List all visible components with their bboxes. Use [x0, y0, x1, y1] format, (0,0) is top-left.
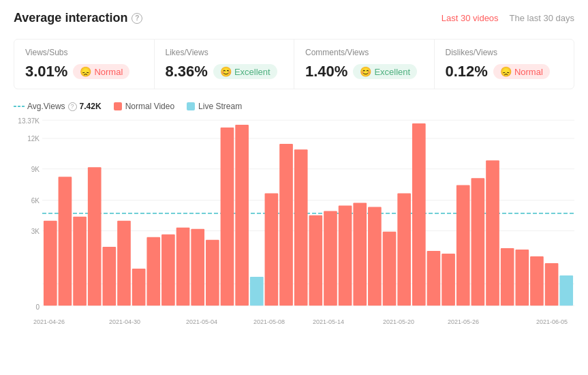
bar-2021-05-11[interactable] [265, 193, 279, 305]
bar-2021-05-03[interactable] [146, 237, 160, 306]
svg-text:2021-04-26: 2021-04-26 [33, 318, 65, 325]
avg-views-value: 7.42K [80, 102, 102, 111]
bar-2021-05-02[interactable] [132, 269, 146, 305]
svg-text:12K: 12K [27, 135, 40, 142]
legend-label-normal: Normal Video [125, 102, 174, 111]
svg-text:2021-05-14: 2021-05-14 [313, 318, 344, 325]
metric-badge-text-1: Excellent [234, 67, 270, 77]
bar-2021-05-04[interactable] [161, 235, 175, 306]
bar-2021-05-25[interactable] [471, 178, 485, 305]
avg-views-line-icon [14, 102, 25, 110]
metric-badge-icon-1: 😊 [220, 66, 232, 77]
bar-2021-05-06[interactable] [191, 229, 204, 306]
svg-text:6K: 6K [31, 197, 40, 205]
metric-likes-views: Likes/Views 8.36% 😊 Excellent [155, 40, 295, 89]
svg-text:2021-05-26: 2021-05-26 [448, 318, 479, 325]
help-icon[interactable]: ? [131, 13, 142, 24]
filter-last-30-videos[interactable]: Last 30 videos [442, 13, 499, 23]
bar-2021-05-10[interactable] [250, 277, 264, 305]
bar-2021-05-13[interactable] [294, 149, 308, 305]
bar-2021-04-29[interactable] [88, 167, 102, 305]
bar-2021-05-07[interactable] [206, 240, 219, 306]
bar-2021-05-22[interactable] [427, 251, 441, 305]
page-title: Average interaction [14, 11, 127, 25]
bar-2021-05-15[interactable] [324, 211, 337, 306]
metric-comments-views: Comments/Views 1.40% 😊 Excellent [294, 40, 435, 89]
metric-label-0: Views/Subs [25, 48, 143, 57]
legend-dot-red [114, 102, 122, 110]
svg-text:2021-05-20: 2021-05-20 [383, 318, 414, 325]
metric-badge-icon-2: 😊 [360, 66, 371, 77]
filter-last-30-days[interactable]: The last 30 days [510, 13, 574, 23]
svg-text:0: 0 [35, 303, 40, 310]
chart-legend: Avg.Views ? 7.42K Normal Video Live Stre… [14, 102, 574, 111]
legend-dot-blue [187, 102, 195, 110]
metric-label-2: Comments/Views [305, 48, 423, 57]
bar-2021-05-29[interactable] [530, 256, 544, 305]
bar-2021-05-27[interactable] [501, 248, 514, 305]
svg-text:2021-06-05: 2021-06-05 [536, 318, 568, 325]
svg-text:2021-05-08: 2021-05-08 [253, 318, 285, 325]
svg-text:2021-04-30: 2021-04-30 [109, 318, 140, 325]
page-container: Average interaction ? Last 30 videos The… [0, 0, 588, 375]
header-left: Average interaction ? [14, 11, 142, 25]
avg-views-legend: Avg.Views ? 7.42K [14, 102, 102, 111]
metric-value-1: 8.36% [166, 63, 208, 80]
bar-2021-05-18[interactable] [368, 207, 382, 306]
legend-label-stream: Live Stream [198, 102, 242, 111]
svg-text:3K: 3K [31, 227, 40, 235]
bar-2021-05-21[interactable] [412, 123, 426, 305]
metric-label-1: Likes/Views [166, 48, 283, 57]
bar-chart: 13.37K 12K 9K 6K 3K 0 2021-04-26 2021-04… [14, 117, 574, 335]
metric-label-3: Dislikes/Views [446, 48, 563, 57]
svg-text:9K: 9K [31, 166, 40, 173]
bar-2021-05-23[interactable] [442, 254, 455, 305]
svg-text:2021-05-04: 2021-05-04 [186, 318, 217, 325]
metric-value-0: 3.01% [25, 63, 67, 80]
bar-2021-05-14[interactable] [309, 215, 322, 306]
metric-badge-2: 😊 Excellent [353, 64, 417, 79]
metric-badge-icon-3: 😞 [500, 66, 512, 77]
metric-badge-3: 😞 Normal [493, 64, 550, 79]
metric-views-subs: Views/Subs 3.01% 😞 Normal [14, 40, 155, 89]
metric-badge-text-0: Normal [94, 67, 123, 77]
bar-2021-05-28[interactable] [515, 250, 529, 305]
bar-2021-05-08[interactable] [221, 127, 234, 305]
bar-2021-04-28[interactable] [73, 217, 87, 306]
metric-badge-1: 😊 Excellent [213, 64, 277, 79]
chart-area: 13.37K 12K 9K 6K 3K 0 2021-04-26 2021-04… [14, 117, 574, 335]
chart-section: Avg.Views ? 7.42K Normal Video Live Stre… [14, 102, 574, 335]
metric-value-2: 1.40% [305, 63, 347, 80]
header: Average interaction ? Last 30 videos The… [14, 11, 574, 25]
bar-2021-04-26[interactable] [44, 221, 57, 306]
bar-2021-05-05[interactable] [176, 228, 190, 306]
bar-2021-05-26[interactable] [486, 160, 499, 305]
bar-2021-05-20[interactable] [397, 193, 411, 305]
metric-badge-icon-0: 😞 [80, 66, 91, 77]
bar-2021-05-12[interactable] [279, 144, 293, 305]
bar-2021-05-24[interactable] [457, 185, 470, 305]
metric-value-3: 0.12% [446, 63, 488, 80]
avg-views-help[interactable]: ? [68, 102, 77, 111]
bar-2021-04-30[interactable] [103, 247, 117, 305]
bar-2021-06-05[interactable] [559, 275, 573, 305]
metric-badge-text-2: Excellent [374, 67, 410, 77]
metric-value-row-0: 3.01% 😞 Normal [25, 63, 143, 80]
bar-2021-05-19[interactable] [383, 232, 397, 306]
header-filters: Last 30 videos The last 30 days [442, 13, 574, 23]
bar-2021-05-17[interactable] [353, 203, 367, 306]
bar-2021-05-01[interactable] [117, 221, 131, 306]
avg-views-label-text: Avg.Views [27, 102, 65, 111]
metric-badge-text-3: Normal [514, 67, 543, 77]
metric-value-row-3: 0.12% 😞 Normal [446, 63, 563, 80]
bar-2021-05-30[interactable] [545, 263, 559, 305]
legend-normal-video: Normal Video [114, 102, 174, 111]
metric-dislikes-views: Dislikes/Views 0.12% 😞 Normal [435, 40, 574, 89]
metrics-row: Views/Subs 3.01% 😞 Normal Likes/Views 8.… [14, 39, 574, 89]
bar-2021-04-27[interactable] [59, 177, 72, 305]
bar-2021-05-16[interactable] [339, 206, 352, 306]
bar-2021-05-09[interactable] [235, 125, 249, 305]
legend-live-stream: Live Stream [187, 102, 242, 111]
metric-value-row-2: 1.40% 😊 Excellent [305, 63, 423, 80]
metric-badge-0: 😞 Normal [73, 64, 129, 79]
